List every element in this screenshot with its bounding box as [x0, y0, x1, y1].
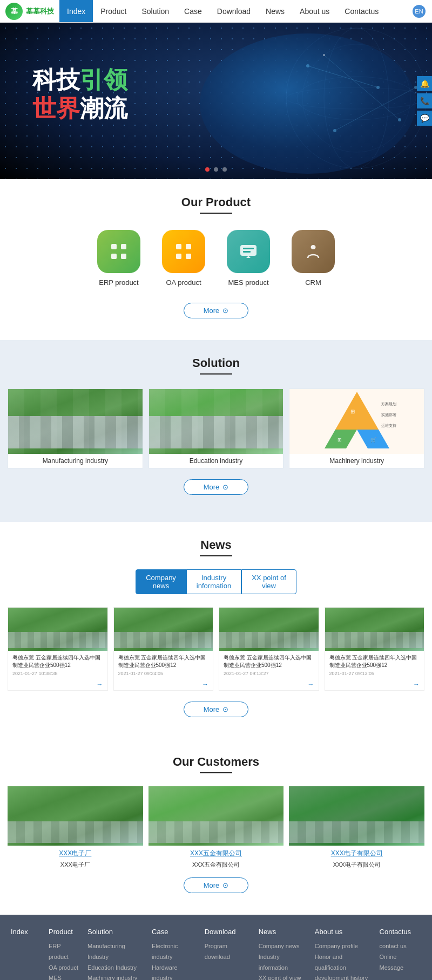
footer-col-news-title: News — [259, 928, 309, 936]
news-title-3: 粤德东莞 五金家居连续四年入选中国制造业民营企业500强12 — [224, 654, 314, 669]
customer-3[interactable]: XXX电子有限公司 XXX电子有限公司 — [289, 786, 424, 869]
customer-1[interactable]: XXX电子厂 XXX电子厂 — [8, 786, 143, 869]
news-tab-industry[interactable]: Industryinformation — [186, 569, 241, 594]
customer-link-2[interactable]: XXX五金有限公司 — [148, 849, 284, 858]
product-crm[interactable]: CRM — [292, 230, 335, 287]
nav-item-case[interactable]: Case — [177, 0, 210, 22]
product-oa-label: OA product — [166, 278, 201, 287]
svg-text:⊞: ⊞ — [350, 409, 355, 414]
customer-link-1[interactable]: XXX电子厂 — [8, 849, 143, 858]
crm-icon-svg — [302, 241, 324, 262]
footer-contact-us[interactable]: contact us — [380, 941, 421, 952]
nav-item-news[interactable]: News — [258, 0, 292, 22]
language-toggle[interactable]: EN — [413, 5, 426, 18]
solution-manufacturing[interactable]: Manufacturing industry — [8, 389, 143, 468]
product-oa[interactable]: OA product — [162, 230, 205, 287]
news-card-3[interactable]: 粤德东莞 五金家居连续四年入选中国制造业民营企业500强12 2021-01-2… — [219, 607, 319, 691]
news-tab-view[interactable]: XX point ofview — [241, 569, 296, 594]
news-thumb-1 — [8, 608, 107, 651]
news-title-block: News — [0, 522, 432, 562]
news-date-3: 2021-01-27 09:13:27 — [224, 671, 314, 676]
footer-product-oa[interactable]: OA product — [49, 963, 82, 974]
footer-contact-message[interactable]: Online Message — [380, 952, 421, 974]
oa-icon-svg — [173, 241, 194, 262]
customers-more-arrow-icon: ⊙ — [222, 881, 228, 889]
nav-item-solution[interactable]: Solution — [134, 0, 177, 22]
customer-link-3[interactable]: XXX电子有限公司 — [289, 849, 424, 858]
product-mes[interactable]: MES product — [227, 230, 270, 287]
nav-item-about[interactable]: About us — [292, 0, 337, 22]
svg-text:⊞: ⊞ — [338, 437, 342, 443]
customers-more-btn[interactable]: More ⊙ — [184, 877, 248, 893]
customer-img-3 — [289, 786, 424, 846]
logo[interactable]: 基 基基科技 — [0, 3, 59, 20]
hero-dot-1[interactable] — [205, 167, 210, 172]
footer-product-mes[interactable]: MES product — [49, 973, 82, 980]
footer-download-program[interactable]: Program download — [205, 941, 253, 963]
svg-point-4 — [286, 87, 427, 109]
manufacturing-image — [8, 389, 143, 454]
news-title-2: 粤德东莞 五金家居连续四年入选中国制造业民营企业500强12 — [118, 654, 209, 669]
footer-about-history[interactable]: development history — [315, 973, 374, 980]
footer-col-download-title: Download — [205, 928, 253, 936]
solution-title-block: Solution — [0, 340, 432, 380]
footer-col-index: Index — [11, 928, 43, 980]
hero-phone-btn[interactable]: 📞 — [417, 93, 432, 108]
solution-title: Solution — [0, 356, 432, 370]
news-arrow-4: → — [325, 679, 424, 690]
news-card-4[interactable]: 粤德东莞 五金家居连续四年入选中国制造业民营企业500强12 2021-01-2… — [325, 607, 425, 691]
svg-rect-23 — [243, 248, 254, 249]
hero-dot-3[interactable] — [222, 167, 227, 172]
footer-about-profile[interactable]: Company profile — [315, 941, 374, 952]
footer-product-erp[interactable]: ERP product — [49, 941, 82, 963]
footer-about-honor[interactable]: Honor and qualification — [315, 952, 374, 974]
footer-col-contact-title: Contactus — [380, 928, 421, 936]
nav-item-contact[interactable]: Contactus — [337, 0, 386, 22]
svg-marker-26 — [335, 392, 379, 430]
footer-col-contact: Contactus contact us Online Message — [380, 928, 421, 980]
nav-item-download[interactable]: Download — [210, 0, 258, 22]
news-grid: 粤德东莞 五金家居连续四年入选中国制造业民营企业500强12 2021-01-2… — [0, 602, 432, 696]
news-card-1[interactable]: 粤德东莞 五金家居连续四年入选中国制造业民营企业500强12 2021-01-2… — [8, 607, 108, 691]
news-tabs: Companynews Industryinformation XX point… — [136, 569, 296, 594]
footer-case-electronic[interactable]: Electronic industry — [152, 941, 199, 963]
news-more-wrap: More ⊙ — [0, 702, 432, 717]
footer-col-product-title: Product — [49, 928, 82, 936]
manufacturing-label: Manufacturing industry — [8, 454, 143, 468]
solution-more-btn[interactable]: More ⊙ — [184, 479, 248, 495]
hero-dot-2[interactable] — [214, 167, 218, 172]
customer-2[interactable]: XXX五金有限公司 XXX五金有限公司 — [148, 786, 284, 869]
news-more-btn[interactable]: More ⊙ — [184, 702, 248, 717]
footer-news-view[interactable]: XX point of view — [259, 973, 309, 980]
footer-col-case-title: Case — [152, 928, 199, 936]
news-tab-company[interactable]: Companynews — [136, 569, 186, 594]
products-section: Our Product ERP product — [0, 179, 432, 340]
svg-text:方案规划: 方案规划 — [381, 401, 396, 406]
nav-item-product[interactable]: Product — [93, 0, 134, 22]
footer-solution-education[interactable]: Education Industry — [87, 963, 146, 974]
footer-news-industry[interactable]: Industry information — [259, 952, 309, 974]
products-title-underline — [200, 213, 232, 214]
products-grid: ERP product OA product — [0, 219, 432, 297]
nav-item-index[interactable]: Index — [59, 0, 93, 22]
footer-solution-manufacturing[interactable]: Manufacturing Industry — [87, 941, 146, 963]
footer-solution-machinery[interactable]: Machinery industry — [87, 973, 146, 980]
hero-text-green: 引领 — [80, 66, 127, 93]
solution-education[interactable]: Education industry — [148, 389, 284, 468]
products-more-btn[interactable]: More ⊙ — [184, 303, 248, 318]
footer-news-company[interactable]: Company news — [259, 941, 309, 952]
news-arrow-2: → — [114, 679, 213, 690]
footer-grid: Index Product ERP product OA product MES… — [11, 928, 421, 980]
svg-point-1 — [302, 44, 410, 152]
product-mes-icon — [227, 230, 270, 273]
svg-point-9 — [376, 86, 380, 89]
news-date-1: 2021-01-27 10:38:38 — [12, 671, 103, 676]
solution-machinery[interactable]: ⊞ ⊞ 🛒 方案规划 实施部署 运维支持 Machinery industry — [289, 389, 424, 468]
hero-bell-btn[interactable]: 🔔 — [417, 76, 432, 91]
solution-more-wrap: More ⊙ — [0, 479, 432, 495]
hero-chat-btn[interactable]: 💬 — [417, 111, 432, 126]
product-erp[interactable]: ERP product — [97, 230, 140, 287]
footer-case-hardware[interactable]: Hardware industry — [152, 963, 199, 980]
news-card-2[interactable]: 粤德东莞 五金家居连续四年入选中国制造业民营企业500强12 2021-01-2… — [113, 607, 214, 691]
customers-title-block: Our Customers — [0, 739, 432, 779]
